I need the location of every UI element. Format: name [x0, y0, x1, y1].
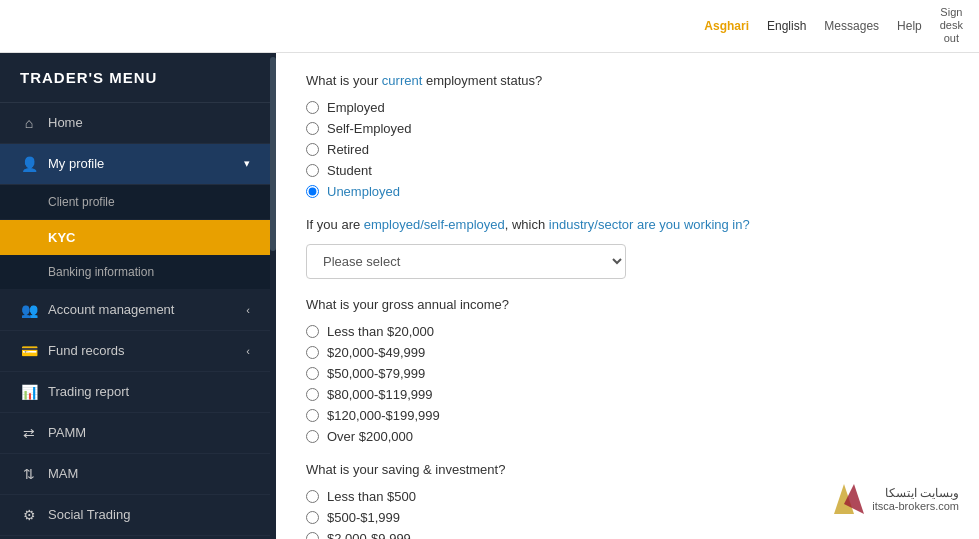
- topbar-help[interactable]: Help: [897, 19, 922, 33]
- q3-option-lt20k[interactable]: Less than $20,000: [306, 324, 949, 339]
- q1-section: What is your current employment status? …: [306, 73, 949, 199]
- q1-highlight: current: [382, 73, 422, 88]
- home-icon: ⌂: [20, 115, 38, 131]
- fund-records-label: Fund records: [48, 343, 125, 358]
- mam-icon: ⇅: [20, 466, 38, 482]
- account-management-label: Account management: [48, 302, 174, 317]
- social-trading-label: Social Trading: [48, 507, 130, 522]
- profile-icon: 👤: [20, 156, 38, 172]
- q1-radio-selfemployed[interactable]: [306, 122, 319, 135]
- q1-label: What is your current employment status?: [306, 73, 949, 88]
- main-content: What is your current employment status? …: [276, 53, 979, 539]
- q1-option-unemployed[interactable]: Unemployed: [306, 184, 949, 199]
- client-profile-label: Client profile: [48, 195, 115, 209]
- q3-radio-80-119k[interactable]: [306, 388, 319, 401]
- sidebar-scrollbar[interactable]: [270, 53, 276, 539]
- q3-radio-50-79k[interactable]: [306, 367, 319, 380]
- sidebar-item-social-trading[interactable]: ⚙ Social Trading: [0, 495, 270, 536]
- q3-radio-group: Less than $20,000 $20,000-$49,999 $50,00…: [306, 324, 949, 444]
- topbar-messages[interactable]: Messages: [824, 19, 879, 33]
- q2-industry-select[interactable]: Please select Finance Technology Healthc…: [306, 244, 626, 279]
- pamm-icon: ⇄: [20, 425, 38, 441]
- topbar-signout[interactable]: Sign desk out: [940, 6, 963, 46]
- topbar: Asghari English Messages Help Sign desk …: [0, 0, 979, 53]
- q3-section: What is your gross annual income? Less t…: [306, 297, 949, 444]
- q1-radio-employed[interactable]: [306, 101, 319, 114]
- q2-highlight1: employed/self-employed: [364, 217, 505, 232]
- sidebar-home-label: Home: [48, 115, 83, 130]
- sidebar-subitem-client-profile[interactable]: Client profile: [0, 185, 270, 220]
- q1-option-retired[interactable]: Retired: [306, 142, 949, 157]
- topbar-language[interactable]: English: [767, 19, 806, 33]
- watermark-text: وبسایت ایتسکا itsca-brokers.com: [872, 486, 959, 512]
- q4-option-2k-9999[interactable]: $2,000-$9,999: [306, 531, 949, 539]
- itsca-logo-svg: [824, 479, 864, 519]
- pamm-label: PAMM: [48, 425, 86, 440]
- q4-radio-2k-9999[interactable]: [306, 532, 319, 539]
- q2-highlight3: are you working in?: [637, 217, 750, 232]
- q4-radio-500-1999[interactable]: [306, 511, 319, 524]
- sidebar-item-home[interactable]: ⌂ Home: [0, 103, 270, 144]
- q1-option-selfemployed[interactable]: Self-Employed: [306, 121, 949, 136]
- q1-label-student: Student: [327, 163, 372, 178]
- sidebar-myprofile-label: My profile: [48, 156, 104, 171]
- sidebar-item-pamm[interactable]: ⇄ PAMM: [0, 413, 270, 454]
- q1-option-student[interactable]: Student: [306, 163, 949, 178]
- q1-radio-student[interactable]: [306, 164, 319, 177]
- q3-option-120-199k[interactable]: $120,000-$199,999: [306, 408, 949, 423]
- watermark-logo: [824, 479, 864, 519]
- q3-label-20-49k: $20,000-$49,999: [327, 345, 425, 360]
- q3-radio-120-199k[interactable]: [306, 409, 319, 422]
- q1-label-retired: Retired: [327, 142, 369, 157]
- watermark-line1: وبسایت ایتسکا: [872, 486, 959, 500]
- sign-label: Sign: [940, 6, 962, 19]
- q1-radio-retired[interactable]: [306, 143, 319, 156]
- sidebar-item-my-profile[interactable]: 👤 My profile ▾: [0, 144, 270, 185]
- sidebar-item-trading-report[interactable]: 📊 Trading report: [0, 372, 270, 413]
- q3-option-50-79k[interactable]: $50,000-$79,999: [306, 366, 949, 381]
- q3-label-lt20k: Less than $20,000: [327, 324, 434, 339]
- sidebar-subitem-banking[interactable]: Banking information: [0, 255, 270, 290]
- q3-option-20-49k[interactable]: $20,000-$49,999: [306, 345, 949, 360]
- watermark-line2: itsca-brokers.com: [872, 500, 959, 512]
- q2-label: If you are employed/self-employed, which…: [306, 217, 949, 232]
- sidebar-subitem-kyc[interactable]: KYC: [0, 220, 270, 255]
- q3-option-80-119k[interactable]: $80,000-$119,999: [306, 387, 949, 402]
- q3-option-over200k[interactable]: Over $200,000: [306, 429, 949, 444]
- mam-label: MAM: [48, 466, 78, 481]
- sidebar-item-help-desk[interactable]: ? Help desk: [0, 536, 270, 539]
- q1-label-employed: Employed: [327, 100, 385, 115]
- q1-radio-unemployed[interactable]: [306, 185, 319, 198]
- q2-highlight2: industry/sector: [549, 217, 634, 232]
- watermark: وبسایت ایتسکا itsca-brokers.com: [824, 479, 959, 519]
- trading-report-label: Trading report: [48, 384, 129, 399]
- trading-report-icon: 📊: [20, 384, 38, 400]
- q1-label-unemployed: Unemployed: [327, 184, 400, 199]
- sign-out: out: [944, 32, 959, 45]
- sidebar-item-mam[interactable]: ⇅ MAM: [0, 454, 270, 495]
- scrollbar-thumb[interactable]: [270, 57, 276, 252]
- q3-label-120-199k: $120,000-$199,999: [327, 408, 440, 423]
- sign-desk: desk: [940, 19, 963, 32]
- q1-label-selfemployed: Self-Employed: [327, 121, 412, 136]
- fund-arrow-icon: ‹: [246, 345, 250, 357]
- sidebar-item-fund-records[interactable]: 💳 Fund records ‹: [0, 331, 270, 372]
- social-trading-icon: ⚙: [20, 507, 38, 523]
- q3-radio-over200k[interactable]: [306, 430, 319, 443]
- account-arrow-icon: ‹: [246, 304, 250, 316]
- profile-arrow-icon: ▾: [244, 157, 250, 170]
- q3-radio-20-49k[interactable]: [306, 346, 319, 359]
- q3-label-80-119k: $80,000-$119,999: [327, 387, 433, 402]
- account-management-icon: 👥: [20, 302, 38, 318]
- q4-label-lt500: Less than $500: [327, 489, 416, 504]
- q3-radio-lt20k[interactable]: [306, 325, 319, 338]
- q3-label-50-79k: $50,000-$79,999: [327, 366, 425, 381]
- topbar-username[interactable]: Asghari: [704, 19, 749, 33]
- sidebar-item-account-management[interactable]: 👥 Account management ‹: [0, 290, 270, 331]
- kyc-label: KYC: [48, 230, 75, 245]
- sidebar-title: TRADER'S MENU: [0, 53, 270, 103]
- q1-radio-group: Employed Self-Employed Retired Student U…: [306, 100, 949, 199]
- banking-label: Banking information: [48, 265, 154, 279]
- q4-radio-lt500[interactable]: [306, 490, 319, 503]
- q1-option-employed[interactable]: Employed: [306, 100, 949, 115]
